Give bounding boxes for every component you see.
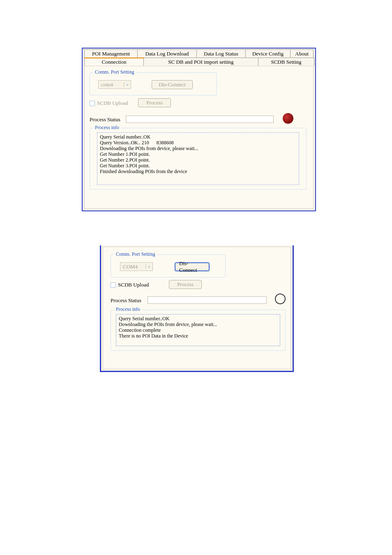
status-indicator-open	[275, 294, 286, 304]
tab-poi-management[interactable]: POI Management	[84, 49, 138, 58]
tab-data-log-status[interactable]: Data Log Status	[196, 49, 246, 58]
poi-management-window: POI Management Data Log Download Data Lo…	[82, 48, 316, 211]
process-info-group-2: Process info Query Serial number..OK Dow…	[111, 310, 286, 351]
process-status-label: Process Status	[90, 116, 120, 123]
checkbox-box	[111, 282, 116, 288]
comm-port-setting-title-2: Comm. Port Setting	[114, 251, 157, 257]
tab-about[interactable]: About	[290, 49, 314, 58]
process-button[interactable]: Process	[138, 98, 171, 107]
process-info-group: Process info Query Serial number..OK Que…	[90, 128, 307, 190]
checkbox-box	[90, 101, 95, 106]
tab-bar-top: POI Management Data Log Download Data Lo…	[84, 49, 314, 58]
com-port-select-2[interactable]: COM4 v	[120, 262, 153, 271]
comm-port-setting-group-2: Comm. Port Setting COM4 v Dis-Connect	[111, 254, 226, 278]
com-port-value: com4	[99, 81, 124, 88]
scdb-upload-checkbox[interactable]: SCDB Upload	[90, 100, 128, 106]
comm-port-setting-group: Comm. Port Setting com4 v Dis-Connect	[90, 72, 217, 95]
chevron-down-icon: v	[145, 264, 152, 269]
process-button-2[interactable]: Process	[169, 280, 202, 289]
disconnect-button[interactable]: Dis-Connect	[152, 80, 193, 89]
process-status-progress	[126, 116, 274, 123]
com-port-value-2: COM4	[120, 264, 145, 270]
connection-panel-2: Comm. Port Setting COM4 v Dis-Connect SC…	[103, 247, 291, 369]
process-log-listbox-2[interactable]: Query Serial number..OK Downloading the …	[116, 314, 280, 346]
process-status-label-2: Process Status	[111, 297, 141, 304]
process-status-progress-2	[148, 296, 267, 304]
tab-scdb-poi-import[interactable]: SC DB and POI import setting	[143, 58, 258, 66]
disconnect-button-2[interactable]: Dis-Connect	[175, 262, 210, 271]
comm-port-setting-title: Comm. Port Setting	[93, 69, 136, 75]
connection-panel: Comm. Port Setting com4 v Dis-Connect SC…	[84, 66, 314, 209]
chevron-down-icon: v	[124, 82, 131, 87]
tab-scdb-setting[interactable]: SCDB Setting	[258, 58, 314, 66]
status-indicator-red	[283, 113, 293, 124]
tab-connection[interactable]: Connection	[84, 58, 144, 66]
scdb-upload-label: SCDB Upload	[97, 100, 128, 106]
process-log-listbox[interactable]: Query Serial number..OK Query Version..O…	[97, 132, 299, 185]
process-info-title: Process info	[93, 125, 121, 131]
scdb-upload-checkbox-2[interactable]: SCDB Upload	[111, 282, 149, 288]
tab-data-log-download[interactable]: Data Log Download	[137, 49, 197, 58]
tab-device-config[interactable]: Device Config	[245, 49, 291, 58]
scdb-upload-label-2: SCDB Upload	[118, 282, 149, 288]
tab-bar-bottom: Connection SC DB and POI import setting …	[84, 58, 314, 66]
process-info-title-2: Process info	[114, 306, 142, 312]
connection-window-2: Comm. Port Setting COM4 v Dis-Connect SC…	[100, 245, 294, 372]
com-port-select[interactable]: com4 v	[98, 80, 131, 89]
